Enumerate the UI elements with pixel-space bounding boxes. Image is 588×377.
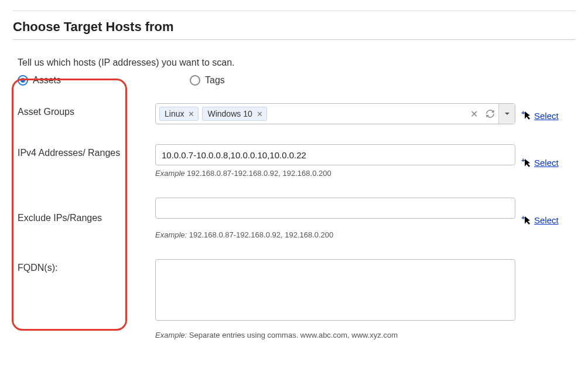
tag-label: Windows 10: [207, 109, 252, 118]
example-prefix: Example:: [155, 230, 187, 239]
select-link-text[interactable]: Select: [534, 111, 559, 121]
asset-group-tag[interactable]: Linux ✕: [159, 107, 199, 121]
exclude-input[interactable]: [155, 198, 515, 219]
label-fqdn: FQDN(s):: [18, 259, 149, 339]
intro-text: Tell us which hosts (IP addresses) you w…: [13, 57, 575, 68]
select-exclude[interactable]: + Select: [521, 198, 588, 239]
label-asset-groups: Asset Groups: [18, 103, 149, 124]
ipv4-input[interactable]: [155, 144, 515, 165]
title-divider: [13, 39, 575, 40]
radio-tags-indicator: [190, 75, 200, 86]
svg-text:+: +: [521, 110, 525, 116]
tag-label: Linux: [165, 109, 184, 118]
ipv4-example: Example 192.168.0.87-192.168.0.92, 192.1…: [155, 169, 515, 178]
radio-tags[interactable]: Tags: [190, 75, 225, 86]
fqdn-example: Example: Separate entries using commas. …: [155, 331, 515, 339]
label-ipv4: IPv4 Addresses/ Ranges: [18, 144, 149, 178]
clear-icon[interactable]: ✕: [466, 104, 482, 124]
select-link-text[interactable]: Select: [534, 215, 559, 225]
asset-groups-input[interactable]: Linux ✕ Windows 10 ✕ ✕: [155, 103, 515, 124]
radio-tags-label: Tags: [205, 75, 225, 86]
asset-group-tag[interactable]: Windows 10 ✕: [202, 107, 266, 121]
refresh-icon[interactable]: [482, 104, 498, 124]
select-cursor-icon: +: [521, 110, 533, 121]
select-link-text[interactable]: Select: [534, 158, 559, 168]
radio-assets-label: Assets: [33, 75, 61, 86]
select-cursor-icon: +: [521, 157, 533, 169]
select-ipv4[interactable]: + Select: [521, 144, 588, 178]
select-cursor-icon: +: [521, 215, 533, 226]
radio-assets[interactable]: Assets: [18, 75, 61, 86]
svg-text:+: +: [521, 215, 525, 221]
example-prefix: Example:: [155, 331, 187, 339]
example-body: 192.168.0.87-192.168.0.92, 192.168.0.200: [187, 230, 333, 239]
radio-assets-indicator: [18, 75, 28, 86]
exclude-example: Example: 192.168.0.87-192.168.0.92, 192.…: [155, 230, 515, 239]
select-asset-groups[interactable]: + Select: [521, 103, 588, 124]
example-body: Separate entries using commas. www.abc.c…: [187, 331, 398, 339]
remove-tag-icon[interactable]: ✕: [187, 110, 196, 118]
dropdown-toggle[interactable]: [498, 104, 515, 124]
top-divider: [13, 11, 575, 11]
example-body: 192.168.0.87-192.168.0.92, 192.168.0.200: [185, 169, 331, 178]
remove-tag-icon[interactable]: ✕: [255, 110, 264, 118]
svg-text:+: +: [521, 157, 525, 164]
label-exclude: Exclude IPs/Ranges: [18, 198, 149, 239]
fqdn-input[interactable]: [155, 259, 515, 321]
page-title: Choose Target Hosts from: [13, 19, 575, 35]
example-prefix: Example: [155, 169, 185, 178]
